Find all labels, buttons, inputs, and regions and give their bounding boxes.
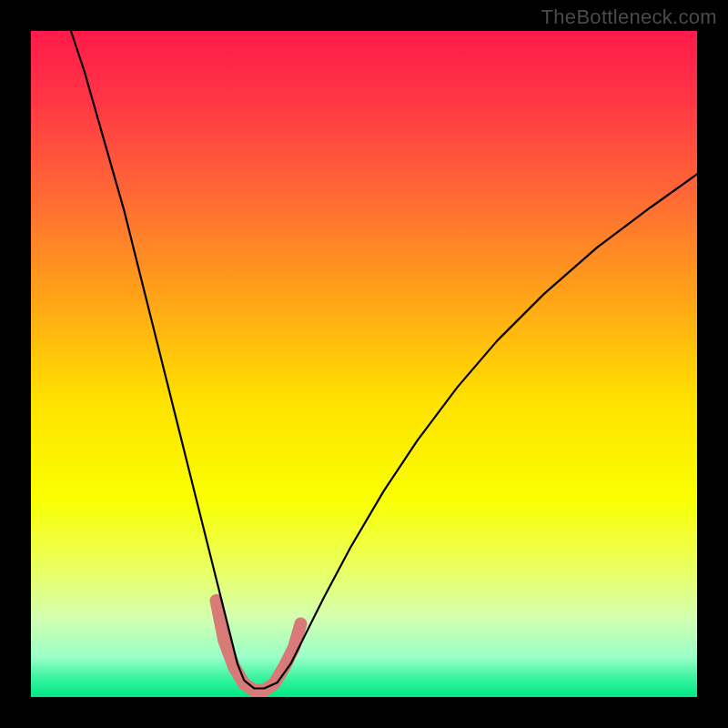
chart-frame: TheBottleneck.com	[0, 0, 728, 728]
watermark-text: TheBottleneck.com	[541, 5, 717, 29]
plot-svg	[31, 31, 697, 697]
plot-area	[31, 31, 697, 697]
gradient-background	[31, 31, 697, 697]
